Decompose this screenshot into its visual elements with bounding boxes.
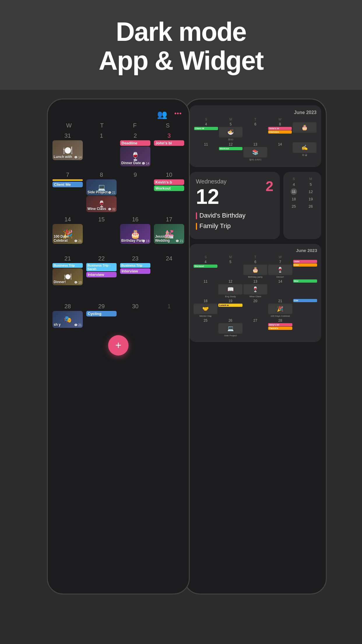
day-cell-24[interactable]: 24: [153, 254, 185, 301]
day-headers: W T F S: [51, 122, 185, 129]
top-widget-week2: 11 12 Workout 13 📚 영어 스터디 14: [194, 142, 317, 161]
b-cell-5[interactable]: 5: [218, 260, 242, 278]
week-row-1: 31 🍽️ Lunch with 💬 14 1 2 De: [51, 131, 185, 169]
b-cell-extra3: Clie: [293, 299, 317, 317]
day-cell-21[interactable]: 21 Business Trip 🍽️ Dinner! 💬 10: [51, 254, 84, 301]
day-cell-1-next[interactable]: 1: [153, 302, 185, 337]
david-birthday-indicator: [196, 212, 197, 219]
day-cell-7[interactable]: 7 Client Me: [51, 170, 84, 214]
family-trip-indicator: [196, 223, 197, 230]
top-w-cell-14[interactable]: 14: [268, 142, 292, 161]
today-widget: Wednesday 12 2 David's Birthday Family T…: [189, 172, 280, 239]
business-trip-cont-23: Business Trip: [120, 263, 150, 268]
dinner-event-21[interactable]: 🍽️ Dinner! 💬 10: [52, 268, 83, 285]
today-badge: 2: [266, 178, 273, 194]
day-cell-14[interactable]: 14 🎉 100 Days Celebrat 💬 21: [51, 215, 84, 253]
day-cell-16[interactable]: 16 🎂 Birthday Party 💬 19: [119, 215, 152, 253]
header-title: Dark mode App & Widget: [12, 18, 350, 75]
b-cell-extra1: John Inter: [293, 260, 317, 278]
birthday-party-event[interactable]: 🎂 Birthday Party 💬 19: [120, 224, 150, 244]
top-w-cell-5[interactable]: 5 🍜 외식!: [219, 122, 243, 141]
interview-event-23[interactable]: Interview: [120, 268, 150, 274]
b-cell-26[interactable]: 26 💻 Side Project: [218, 318, 242, 337]
day-cell-1[interactable]: 1: [85, 131, 118, 169]
top-w-cell-12[interactable]: 12 Workout: [219, 142, 243, 161]
header: Dark mode App & Widget: [0, 0, 362, 90]
day-cell-10[interactable]: 10 Kevin's b Workout: [153, 170, 185, 214]
jessica-wedding-event[interactable]: 💒 Jessica's Wedding 💬 21: [154, 224, 184, 244]
family-trip-event[interactable]: Family Trip: [196, 222, 273, 230]
week-row-5: 28 🎭 sh y 💬 21 29 Cycling 30: [51, 302, 185, 337]
top-w-cell-4[interactable]: 4 Client M: [194, 122, 218, 141]
more-icon[interactable]: •••: [174, 110, 182, 119]
day-cell-8[interactable]: 8 💻 Side Project 💬 21 🍷 Wine Class 💬 32: [85, 170, 118, 214]
johns-birthday-event[interactable]: John's bi: [154, 140, 184, 146]
b-cell-28[interactable]: 28 Billy's bir Parent's: [268, 318, 292, 337]
day-cell-30[interactable]: 30: [119, 302, 152, 337]
b-cell-19[interactable]: 19 Lunch w: [218, 299, 242, 317]
top-w-cell-11[interactable]: 11: [194, 142, 218, 161]
deadline-event[interactable]: Deadline: [120, 140, 150, 146]
b-cell-20[interactable]: 20: [243, 299, 267, 317]
dinner-date-event[interactable]: 🍷 Dinner Date 💬 14: [120, 146, 150, 166]
lunch-event[interactable]: 🍽️ Lunch with 💬 14: [52, 140, 83, 160]
b-cell-21[interactable]: 21 🎉 100 Days Celebrat: [268, 299, 292, 317]
day-cell-2[interactable]: 2 Deadline 🍷 Dinner Date 💬 14: [119, 131, 152, 169]
b-cell-7[interactable]: 7 🍷 Dinner!: [268, 260, 292, 278]
b-cell-18[interactable]: 18 🤝 Mentor Day: [194, 299, 217, 317]
calendar-grid: W T F S 31 🍽️ Lunch with 💬 14: [48, 122, 189, 337]
bottom-week2: 11 12 📖 Eng Study 13 🍷 Wine Class 14: [194, 279, 317, 298]
interview-event-22[interactable]: Interview: [86, 272, 117, 277]
right-phone: June 2023 S M T W 4 Client M 5 �: [184, 99, 327, 594]
b-cell-extra4: [293, 318, 317, 337]
small-month-widget: S M 4 5 11 12 18 19 25 26: [283, 172, 321, 239]
b-cell-11[interactable]: 11: [194, 279, 217, 298]
small-month-11[interactable]: 11: [291, 188, 297, 195]
top-w-cell-8[interactable]: 8 John's bi Interview: [268, 122, 292, 141]
day-cell-17[interactable]: 17 💒 Jessica's Wedding 💬 21: [153, 215, 185, 253]
phones-container: 👥 ••• W T F S 31 🍽️: [0, 90, 362, 612]
day-header-t: T: [85, 122, 118, 129]
day-cell-15[interactable]: 15: [85, 215, 118, 253]
business-trip-start[interactable]: Business Trip: [52, 263, 83, 268]
wine-class-event[interactable]: 🍷 Wine Class 💬 32: [86, 196, 117, 212]
day-header-f: F: [118, 122, 151, 129]
day-cell-29[interactable]: 29 Cycling: [85, 302, 118, 337]
top-w-cell-6[interactable]: 6: [243, 122, 267, 141]
family-trip-label: Family Trip: [199, 222, 231, 230]
top-w-cell-extra2: ✍️ 와 글: [293, 142, 317, 161]
add-event-fab[interactable]: +: [108, 335, 129, 356]
100days-event[interactable]: 🎉 100 Days Celebrat 💬 21: [52, 224, 83, 244]
top-bar: 👥 •••: [48, 105, 189, 122]
day-cell-3[interactable]: 3 John's bi: [153, 131, 185, 169]
day-header-s: S: [151, 122, 184, 129]
b-cell-25[interactable]: 25: [194, 318, 217, 337]
day-cell-23[interactable]: 23 Business Trip Interview: [119, 254, 152, 301]
top-widget-week1: 4 Client M 5 🍜 외식! 6 8 John's bi Inte: [194, 122, 317, 141]
david-birthday-event[interactable]: David's Birthday: [196, 212, 273, 219]
week-row-3: 14 🎉 100 Days Celebrat 💬 21 15 16: [51, 215, 185, 253]
workout-event-10[interactable]: Workout: [154, 186, 184, 191]
cycling-event[interactable]: Cycling: [86, 311, 117, 316]
day-cell-22[interactable]: 22 Business Trip - Sarah Interview: [85, 254, 118, 301]
day-cell-31[interactable]: 31 🍽️ Lunch with 💬 14: [51, 131, 84, 169]
b-cell-13[interactable]: 13 🍷 Wine Class: [243, 279, 267, 298]
day-cell-28[interactable]: 28 🎭 sh y 💬 21: [51, 302, 84, 337]
client-meeting-event[interactable]: Client Me: [52, 182, 83, 187]
bottom-widget-headers: S M T W: [194, 255, 317, 259]
top-widget-headers: S M T W: [194, 118, 317, 121]
b-cell-4[interactable]: 4 Workout: [194, 260, 217, 278]
b-cell-6[interactable]: 6 🎂 Birthday party: [243, 260, 267, 278]
people-icon[interactable]: 👥: [157, 110, 167, 119]
event-28[interactable]: 🎭 sh y 💬 21: [52, 311, 83, 328]
day-cell-9[interactable]: 9: [119, 170, 152, 214]
b-cell-27[interactable]: 27: [243, 318, 267, 337]
b-cell-14[interactable]: 14: [268, 279, 292, 298]
b-cell-12[interactable]: 12 📖 Eng Study: [218, 279, 242, 298]
top-w-cell-13[interactable]: 13 📚 영어 스터디: [243, 142, 267, 161]
david-birthday-label: David's Birthday: [199, 212, 245, 219]
b-cell-extra2: Wor: [293, 279, 317, 298]
top-w-cell-extra1: 🎂: [293, 122, 317, 141]
side-project-event[interactable]: 💻 Side Project 💬 21: [86, 179, 117, 195]
kevins-b-event[interactable]: Kevin's b: [154, 179, 184, 185]
